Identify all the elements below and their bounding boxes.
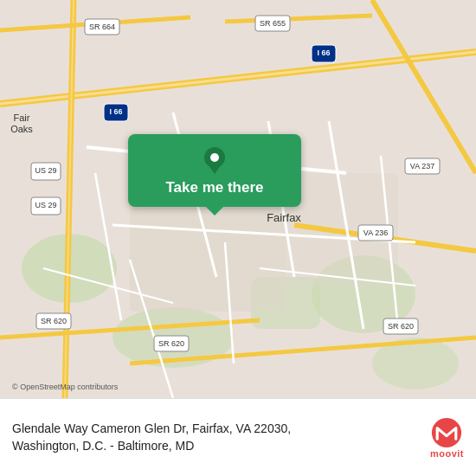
svg-marker-56	[209, 165, 221, 174]
svg-rect-6	[130, 208, 286, 312]
svg-text:US 29: US 29	[35, 166, 56, 175]
take-me-there-button[interactable]: Take me there	[128, 134, 301, 207]
svg-text:Fairfax: Fairfax	[267, 211, 301, 224]
svg-text:I 66: I 66	[109, 107, 122, 116]
location-pin-icon	[201, 146, 228, 174]
map-container: SR 664 SR 655 I 66 I 66 US 29 US 29 VA 2…	[0, 0, 476, 398]
moovit-icon-svg	[431, 417, 462, 448]
svg-text:SR 664: SR 664	[89, 23, 115, 31]
svg-text:SR 620: SR 620	[388, 322, 414, 331]
osm-attribution-text: © OpenStreetMap contributors	[12, 383, 118, 391]
svg-text:Oaks: Oaks	[10, 124, 33, 134]
address-block: Glendale Way Cameron Glen Dr, Fairfax, V…	[12, 421, 421, 454]
svg-text:VA 236: VA 236	[363, 228, 388, 237]
svg-text:US 29: US 29	[35, 201, 56, 209]
moovit-label-text: moovit	[430, 448, 464, 459]
svg-point-55	[210, 153, 219, 162]
svg-text:SR 655: SR 655	[260, 19, 286, 28]
address-line2: Washington, D.C. - Baltimore, MD	[12, 438, 421, 455]
info-bar: Glendale Way Cameron Glen Dr, Fairfax, V…	[0, 398, 476, 476]
svg-text:I 66: I 66	[317, 48, 330, 57]
address-line1: Glendale Way Cameron Glen Dr, Fairfax, V…	[12, 421, 421, 438]
svg-text:SR 620: SR 620	[158, 339, 184, 348]
svg-text:SR 620: SR 620	[41, 317, 67, 325]
svg-text:VA 237: VA 237	[410, 162, 434, 170]
take-me-there-label: Take me there	[165, 179, 263, 196]
moovit-logo: moovit	[430, 417, 464, 459]
osm-attribution: © OpenStreetMap contributors	[12, 383, 118, 391]
svg-text:Fair: Fair	[14, 113, 30, 123]
